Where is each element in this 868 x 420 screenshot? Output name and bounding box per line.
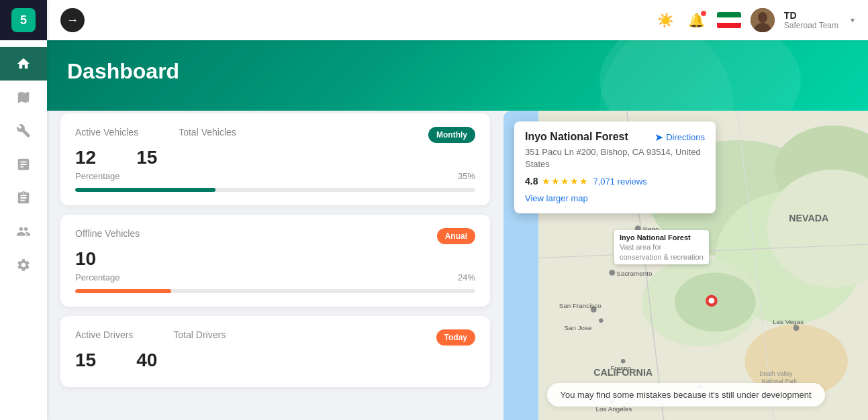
progress-bar-fill-2 — [75, 289, 171, 293]
sidebar-logo: 5 — [0, 0, 47, 40]
stars: ★★★★★ — [542, 176, 589, 187]
svg-text:CALIFORNIA: CALIFORNIA — [593, 367, 653, 378]
sidebar-item-chart[interactable] — [0, 148, 47, 181]
language-flag[interactable] — [717, 12, 741, 28]
view-larger-map-link[interactable]: View larger map — [525, 193, 588, 203]
map-popup: Inyo National Forest ➤ Directions 351 Pa… — [514, 121, 716, 213]
offline-vehicles-label: Offline Vehicles — [75, 228, 140, 239]
weather-icon: ☀️ — [655, 9, 677, 31]
percentage-value-2: 24% — [458, 272, 475, 282]
main-content: → ☀️ 🔔 TD Saferoad Team ▾ Dashboard — [47, 0, 868, 420]
percentage-value-1: 35% — [458, 171, 475, 181]
total-vehicles-count: 15 — [136, 147, 157, 168]
sidebar-item-tools[interactable] — [0, 114, 47, 148]
sidebar-item-users[interactable] — [0, 215, 47, 248]
progress-bar-bg-1 — [75, 188, 475, 192]
content-layout: Active Vehicles Total Vehicles Monthly 1… — [47, 97, 868, 420]
svg-text:NEVADA: NEVADA — [789, 213, 828, 223]
notification-dot — [701, 11, 706, 16]
user-info: TD Saferoad Team — [784, 10, 838, 30]
svg-point-16 — [609, 270, 615, 276]
topbar-left: → — [60, 8, 85, 32]
active-drivers-count: 15 — [75, 350, 96, 371]
progress-bar-fill-1 — [75, 188, 215, 192]
sidebar: 5 — [0, 0, 47, 420]
popup-title: Inyo National Forest — [525, 131, 628, 143]
percentage-label-1: Percentage — [75, 171, 120, 181]
map-container[interactable]: Reno Sacramento San Francisco San Jose F… — [503, 111, 868, 420]
total-drivers-label: Total Drivers — [173, 329, 226, 340]
svg-point-22 — [621, 359, 626, 364]
card-values: 12 15 — [75, 147, 475, 168]
today-badge[interactable]: Today — [436, 329, 475, 346]
svg-point-24 — [793, 325, 800, 331]
popup-header: Inyo National Forest ➤ Directions — [525, 131, 705, 144]
svg-text:Death Valley: Death Valley — [759, 370, 793, 377]
svg-text:San Jose: San Jose — [564, 324, 592, 331]
active-vehicles-count: 12 — [75, 147, 96, 168]
nav-forward-button[interactable]: → — [60, 8, 85, 32]
right-panel: Reno Sacramento San Francisco San Jose F… — [503, 111, 868, 420]
popup-address: 351 Pacu Ln #200, Bishop, CA 93514, Unit… — [525, 146, 705, 170]
page-area: Dashboard Active Vehicles Total Vehicles… — [47, 40, 868, 420]
active-vehicles-label: Active Vehicles — [75, 127, 138, 138]
review-count[interactable]: 7,071 reviews — [593, 176, 646, 187]
svg-point-36 — [709, 298, 715, 304]
sidebar-item-clipboard[interactable] — [0, 181, 47, 215]
svg-text:San Francisco: San Francisco — [559, 302, 602, 309]
progress-bar-bg-2 — [75, 289, 475, 293]
user-name: TD — [784, 10, 838, 21]
svg-point-1 — [758, 12, 767, 23]
drivers-values: 15 40 — [75, 350, 475, 371]
topbar: → ☀️ 🔔 TD Saferoad Team ▾ — [47, 0, 868, 40]
directions-icon: ➤ — [655, 131, 663, 144]
offline-vehicles-count: 10 — [75, 248, 96, 269]
sidebar-item-home[interactable] — [0, 47, 47, 81]
sidebar-nav — [0, 40, 47, 282]
user-menu-chevron[interactable]: ▾ — [851, 15, 855, 25]
topbar-right: ☀️ 🔔 TD Saferoad Team ▾ — [655, 8, 855, 32]
total-drivers-count: 40 — [136, 350, 157, 371]
drivers-labels-row: Active Drivers Total Drivers — [75, 329, 226, 340]
avatar[interactable] — [751, 8, 775, 32]
page-header: Dashboard — [47, 40, 868, 111]
svg-text:Sacramento: Sacramento — [616, 270, 653, 277]
directions-button[interactable]: ➤ Directions — [655, 131, 705, 144]
user-team: Saferoad Team — [784, 21, 838, 30]
popup-rating: 4.8 ★★★★★ 7,071 reviews — [525, 176, 705, 187]
svg-point-20 — [599, 319, 604, 323]
annual-badge[interactable]: Anual — [437, 228, 475, 244]
vehicles-monthly-card: Active Vehicles Total Vehicles Monthly 1… — [60, 113, 490, 205]
sidebar-item-map[interactable] — [0, 81, 47, 114]
notification-bell[interactable]: 🔔 — [686, 9, 708, 31]
logo-mark[interactable]: 5 — [11, 8, 36, 32]
rating-number: 4.8 — [525, 176, 538, 187]
drivers-card: Active Drivers Total Drivers Today 15 40 — [60, 316, 490, 387]
card-labels-row: Active Vehicles Total Vehicles — [75, 127, 236, 138]
active-drivers-label: Active Drivers — [75, 329, 133, 340]
sidebar-item-settings[interactable] — [0, 248, 47, 282]
map-inyo-label: Inyo National Forest Vast area for conse… — [614, 230, 709, 264]
offline-vehicles-card: Offline Vehicles Anual 10 Percentage 24% — [60, 215, 490, 307]
dev-warning: You may find some mistakes because it's … — [546, 383, 824, 407]
page-title: Dashboard — [67, 59, 848, 84]
percentage-label-2: Percentage — [75, 272, 120, 282]
svg-text:Las Vegas: Las Vegas — [773, 318, 804, 325]
left-panel: Active Vehicles Total Vehicles Monthly 1… — [47, 97, 503, 420]
total-vehicles-label: Total Vehicles — [179, 127, 236, 138]
monthly-badge[interactable]: Monthly — [428, 127, 475, 143]
